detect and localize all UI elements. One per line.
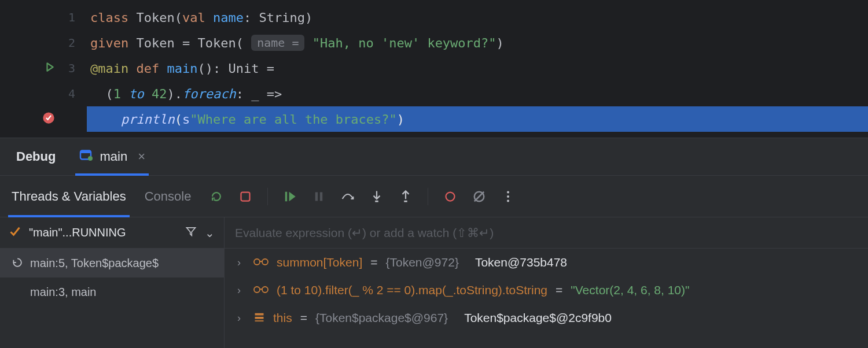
watch-icon — [253, 283, 269, 297]
stack-frame[interactable]: main:3, main — [0, 277, 224, 306]
field-icon — [253, 311, 265, 325]
tab-threads-variables[interactable]: Threads & Variables — [12, 176, 126, 217]
svg-rect-4 — [285, 191, 287, 201]
value-text: Token$package$@2c9f9b0 — [464, 311, 612, 325]
variable-row[interactable]: › (1 to 10).filter(_ % 2 == 0).map(_.toS… — [225, 276, 868, 304]
svg-point-12 — [507, 191, 509, 193]
expand-icon[interactable]: › — [237, 257, 245, 269]
svg-rect-2 — [80, 151, 91, 154]
frames-pane[interactable]: "main"...RUNNING ⌄ main:5, Token$package… — [0, 217, 225, 348]
more-icon[interactable] — [501, 190, 515, 203]
stack-frame[interactable]: main:5, Token$package$ — [0, 249, 224, 277]
line-number: 4 — [64, 87, 75, 101]
resume-icon[interactable] — [283, 190, 297, 203]
run-config-tab[interactable]: main × — [79, 138, 145, 175]
svg-point-14 — [507, 199, 509, 202]
value-text: "Vector(2, 4, 6, 8, 10)" — [571, 283, 689, 297]
pause-icon[interactable] — [312, 190, 326, 203]
svg-rect-19 — [255, 313, 264, 315]
svg-rect-20 — [255, 317, 264, 319]
run-config-name: main — [100, 149, 127, 164]
application-icon — [79, 148, 93, 165]
tab-console[interactable]: Console — [145, 176, 192, 217]
expand-icon[interactable]: › — [237, 312, 245, 324]
svg-rect-3 — [241, 192, 250, 201]
svg-point-18 — [262, 287, 268, 293]
svg-rect-21 — [255, 320, 264, 321]
step-into-icon[interactable] — [370, 190, 384, 203]
frame-label: main:5, Token$package$ — [30, 257, 159, 270]
variable-row[interactable]: › this = {Token$package$@967} Token$pack… — [225, 304, 868, 332]
step-over-icon[interactable] — [341, 190, 355, 203]
run-gutter-icon[interactable] — [45, 61, 55, 75]
current-execution-line: println(s"Where are all the braces?") — [87, 106, 868, 132]
mute-breakpoints-icon[interactable] — [472, 190, 486, 203]
object-id: {Token$package$@967} — [315, 311, 448, 325]
svg-point-9 — [446, 192, 455, 201]
svg-rect-7 — [376, 200, 379, 202]
drop-frame-icon[interactable] — [12, 257, 22, 270]
variable-name: this — [273, 311, 292, 325]
svg-rect-5 — [315, 192, 318, 201]
toolwindow-title: Debug — [16, 149, 56, 164]
variables-pane[interactable]: Evaluate expression (↵) or add a watch (… — [225, 217, 868, 348]
view-breakpoints-icon[interactable] — [443, 190, 457, 203]
line-number: 3 — [64, 61, 75, 75]
expand-icon[interactable]: › — [237, 284, 245, 297]
svg-point-15 — [254, 259, 260, 265]
code-area[interactable]: class Token(val name: String) given Toke… — [87, 0, 868, 138]
inlay-hint: name = — [251, 35, 304, 51]
breakpoint-icon[interactable] — [42, 112, 55, 127]
line-number: 2 — [64, 36, 75, 50]
close-tab-icon[interactable]: × — [138, 149, 145, 164]
line-number: 1 — [64, 10, 75, 24]
editor-gutter: 1 2 3 4 — [0, 0, 87, 138]
debug-body: "main"...RUNNING ⌄ main:5, Token$package… — [0, 217, 868, 348]
svg-point-16 — [262, 259, 268, 265]
debug-toolbar: Threads & Variables Console — [0, 176, 868, 217]
stop-icon[interactable] — [238, 190, 252, 203]
chevron-down-icon[interactable]: ⌄ — [205, 226, 215, 240]
watch-icon — [253, 256, 269, 269]
rerun-icon[interactable] — [209, 190, 223, 203]
step-out-icon[interactable] — [399, 190, 413, 203]
object-id: {Token@972} — [386, 256, 459, 269]
svg-rect-8 — [404, 200, 408, 202]
thread-status-icon — [9, 225, 21, 240]
evaluate-expression-input[interactable]: Evaluate expression (↵) or add a watch (… — [225, 217, 868, 249]
svg-point-17 — [254, 287, 260, 293]
thread-label[interactable]: "main"...RUNNING — [29, 226, 177, 239]
svg-point-13 — [507, 195, 509, 198]
value-text: Token@735b478 — [475, 256, 567, 269]
code-editor[interactable]: 1 2 3 4 class Token(val name: String) gi… — [0, 0, 868, 138]
filter-icon[interactable] — [185, 225, 197, 240]
frame-label: main:3, main — [30, 286, 97, 299]
variable-row[interactable]: › summon[Token] = {Token@972} Token@735b… — [225, 249, 868, 276]
debug-toolwindow-header: Debug main × — [0, 138, 868, 176]
watch-expression: summon[Token] — [277, 256, 362, 269]
svg-rect-6 — [320, 192, 322, 201]
watch-expression: (1 to 10).filter(_ % 2 == 0).map(_.toStr… — [277, 283, 547, 297]
